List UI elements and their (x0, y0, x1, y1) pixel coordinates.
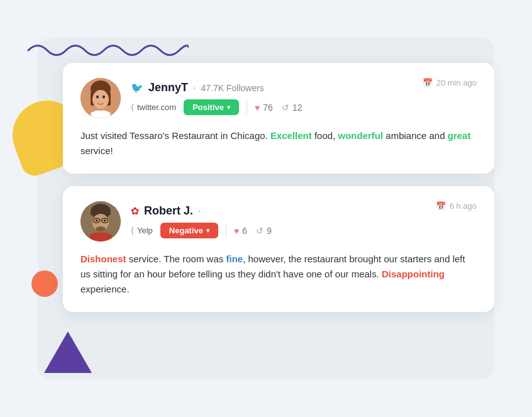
jenny-wonderful: wonderful (338, 130, 383, 141)
jenny-user-info: 🐦 JennyT · 47.7K Followers ⟨ twitter.com… (131, 81, 423, 115)
jenny-followers: 47.7K Followers (201, 83, 263, 93)
robert-retweet-count: 9 (267, 226, 272, 236)
robert-card: ✿ Robert J. · ⟨ Yelp Negative ▾ (63, 186, 494, 312)
twitter-icon: 🐦 (131, 82, 143, 94)
share-icon-2: ⟨ (131, 226, 134, 235)
jenny-badge-label: Positive (192, 103, 224, 112)
robert-text-1: service. The room was (126, 253, 226, 264)
robert-card-header: ✿ Robert J. · ⟨ Yelp Negative ▾ (80, 201, 477, 242)
jenny-username: JennyT (148, 81, 188, 94)
jenny-excellent: Excellent (270, 130, 312, 141)
robert-sentiment-badge[interactable]: Negative ▾ (160, 223, 218, 238)
jenny-source: ⟨ twitter.com (131, 103, 176, 112)
jenny-top-row: 🐦 JennyT · 47.7K Followers (131, 81, 423, 94)
robert-engagement: ♥ 6 ↺ 9 (234, 226, 272, 236)
jenny-dot: · (193, 82, 196, 94)
calendar-icon: 📅 (423, 78, 433, 87)
yelp-icon: ✿ (131, 205, 139, 217)
robert-bottom-row: ⟨ Yelp Negative ▾ ♥ 6 ↺ (131, 223, 436, 238)
robert-top-row: ✿ Robert J. · (131, 204, 436, 218)
jenny-heart-count: 76 (263, 103, 273, 113)
heart-icon: ♥ (255, 103, 260, 113)
jenny-text-1: Just visited Tessaro's Restaurant in Chi… (80, 130, 270, 141)
robert-timestamp: 📅 6 h ago (436, 201, 477, 211)
heart-icon-2: ♥ (234, 226, 239, 236)
retweet-icon-2: ↺ (256, 226, 263, 236)
share-icon: ⟨ (131, 103, 134, 112)
jenny-text-4: service! (80, 145, 113, 156)
jenny-divider (247, 101, 247, 114)
svg-point-5 (96, 96, 99, 99)
robert-retweets: ↺ 9 (256, 226, 272, 236)
jenny-hearts: ♥ 76 (255, 103, 273, 113)
svg-point-15 (104, 220, 106, 222)
jenny-card-header: 🐦 JennyT · 47.7K Followers ⟨ twitter.com… (80, 78, 477, 118)
jenny-great: great (448, 130, 471, 141)
cards-container: 🐦 JennyT · 47.7K Followers ⟨ twitter.com… (63, 63, 494, 312)
robert-badge-chevron: ▾ (206, 227, 209, 234)
robert-time: 6 h ago (450, 201, 477, 211)
jenny-bottom-row: ⟨ twitter.com Positive ▾ ♥ 76 (131, 99, 423, 115)
jenny-retweet-count: 12 (292, 103, 302, 113)
svg-point-4 (92, 90, 109, 109)
jenny-text-3: ambiance and (383, 130, 448, 141)
svg-point-6 (103, 96, 105, 99)
robert-badge-label: Negative (169, 226, 203, 235)
robert-source-text: Yelp (137, 226, 153, 235)
jenny-time: 20 min ago (436, 78, 477, 87)
jenny-avatar (80, 78, 121, 118)
jenny-card-body: Just visited Tessaro's Restaurant in Chi… (80, 128, 477, 158)
jenny-timestamp: 📅 20 min ago (423, 78, 477, 87)
jenny-retweets: ↺ 12 (282, 103, 302, 113)
jenny-card: 🐦 JennyT · 47.7K Followers ⟨ twitter.com… (63, 63, 494, 174)
jenny-text-2: food, (312, 130, 338, 141)
robert-dishonest: Dishonest (80, 253, 126, 264)
robert-disappointing: Disappointing (382, 269, 445, 279)
robert-source: ⟨ Yelp (131, 226, 153, 235)
robert-card-body: Dishonest service. The room was fine, ho… (80, 252, 477, 297)
robert-avatar (80, 201, 121, 242)
purple-triangle (44, 331, 92, 373)
svg-point-16 (96, 226, 106, 231)
robert-heart-count: 6 (242, 226, 247, 236)
calendar-icon-2: 📅 (436, 201, 446, 211)
robert-username: Robert J. (144, 204, 193, 218)
jenny-sentiment-badge[interactable]: Positive ▾ (184, 99, 239, 115)
robert-divider (226, 225, 226, 237)
robert-fine: fine (226, 253, 243, 264)
jenny-badge-chevron: ▾ (227, 104, 230, 111)
robert-hearts: ♥ 6 (234, 226, 247, 236)
orange-circle (31, 270, 58, 297)
robert-user-info: ✿ Robert J. · ⟨ Yelp Negative ▾ (131, 204, 436, 238)
wave-decoration (25, 38, 189, 63)
retweet-icon: ↺ (282, 103, 289, 113)
robert-dot: · (198, 206, 201, 217)
svg-point-14 (96, 220, 97, 222)
robert-text-3: experience. (80, 284, 130, 294)
jenny-engagement: ♥ 76 ↺ 12 (255, 103, 302, 113)
jenny-source-text: twitter.com (137, 103, 176, 112)
